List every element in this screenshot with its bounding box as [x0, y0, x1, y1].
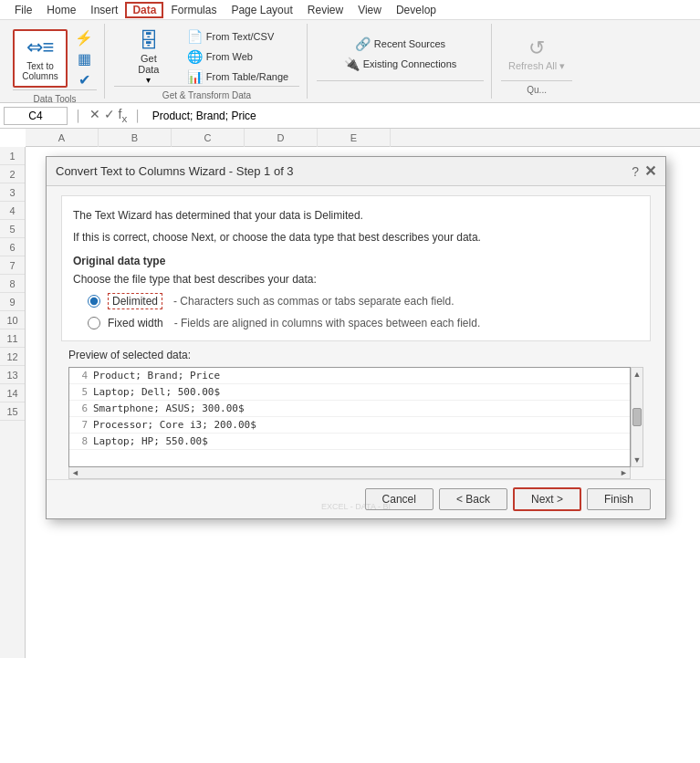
recent-sources-button[interactable]: 🔗 Recent Sources — [351, 36, 449, 52]
menu-formulas[interactable]: Formulas — [163, 2, 224, 18]
col-header-a: A — [26, 129, 99, 147]
preview-container: 4 Product; Brand; Price 5 Laptop; Dell; … — [68, 367, 643, 467]
scroll-down-arrow[interactable]: ▼ — [633, 455, 642, 465]
dialog-desc2: If this is correct, choose Next, or choo… — [73, 229, 639, 246]
row-2: 2 — [0, 165, 25, 183]
row-1: 1 — [0, 147, 25, 165]
dialog-footer: Cancel < Back Next > Finish — [47, 479, 665, 518]
insert-function-icon[interactable]: fx — [119, 107, 128, 124]
from-table-label: From Table/Range — [206, 71, 288, 82]
back-button[interactable]: < Back — [439, 488, 507, 510]
scroll-up-arrow[interactable]: ▲ — [633, 370, 642, 379]
preview-box[interactable]: 4 Product; Brand; Price 5 Laptop; Dell; … — [68, 367, 631, 467]
formula-bar: C4 │ ✕ ✓ fx │ — [0, 103, 700, 129]
recent-sources-label: Recent Sources — [374, 38, 445, 49]
menu-page-layout[interactable]: Page Layout — [224, 2, 299, 18]
from-web-button[interactable]: 🌐 From Web — [183, 48, 292, 65]
col-header-b: B — [99, 129, 172, 147]
radio-delimited-input[interactable] — [88, 295, 100, 308]
menu-develop[interactable]: Develop — [389, 2, 444, 18]
hscroll-right-arrow[interactable]: ► — [620, 468, 628, 477]
get-data-icon: 🗄 — [139, 29, 159, 53]
dialog-title: Convert Text to Columns Wizard - Step 1 … — [56, 164, 294, 178]
menu-data[interactable]: Data — [125, 2, 163, 18]
refresh-icon: ↺ — [528, 37, 545, 60]
from-table-range-button[interactable]: 📊 From Table/Range — [183, 68, 292, 85]
refresh-all-button[interactable]: ↺ Refresh All ▾ — [501, 27, 572, 80]
data-validation-button[interactable]: ✔ — [71, 69, 97, 89]
row-3: 3 — [0, 183, 25, 202]
row-5: 5 — [0, 220, 25, 238]
existing-connections-icon: 🔌 — [344, 57, 360, 71]
row-7: 7 — [0, 256, 25, 275]
row-15: 15 — [0, 402, 25, 421]
finish-button[interactable]: Finish — [587, 488, 651, 510]
preview-section: Preview of selected data: 4 Product; Bra… — [61, 341, 651, 479]
radio-fixed-width[interactable]: Fixed width - Fields are aligned in colu… — [88, 317, 624, 329]
row-11: 11 — [0, 329, 25, 348]
radio-delimited[interactable]: Delimited - Characters such as commas or… — [88, 293, 624, 309]
choose-label: Choose the file type that best describes… — [73, 273, 639, 286]
data-tools-group-label: Data Tools — [13, 89, 97, 104]
transform-buttons: 📄 From Text/CSV 🌐 From Web 📊 From Table/… — [183, 28, 292, 85]
connections-group-label — [317, 80, 484, 95]
row-13: 13 — [0, 366, 25, 384]
remove-duplicates-button[interactable]: ▦ — [71, 48, 97, 68]
get-data-button[interactable]: 🗄 Get Data ▾ — [121, 27, 176, 86]
formula-input[interactable] — [149, 110, 696, 122]
existing-connections-button[interactable]: 🔌 Existing Connections — [340, 56, 461, 72]
row-6: 6 — [0, 238, 25, 256]
existing-connections-label: Existing Connections — [363, 58, 457, 69]
dialog-help-button[interactable]: ? — [632, 164, 639, 179]
next-button[interactable]: Next > — [513, 487, 581, 511]
text-to-columns-icon: ⇔≡ — [26, 36, 55, 59]
cancel-formula-icon[interactable]: ✕ — [89, 107, 100, 124]
menu-view[interactable]: View — [350, 2, 389, 18]
col-header-d: D — [245, 129, 318, 147]
from-web-label: From Web — [206, 51, 253, 62]
get-data-label: Get — [141, 53, 157, 64]
get-transform-group-label: Get & Transform Data — [114, 86, 299, 100]
fixed-desc: - Fields are aligned in columns with spa… — [174, 317, 481, 329]
get-data-arrow: ▾ — [146, 75, 151, 85]
data-tool-small-buttons: ⚡ ▦ ✔ — [71, 27, 97, 89]
row-14: 14 — [0, 384, 25, 402]
dialog-controls: ? ✕ — [632, 162, 656, 180]
menu-file[interactable]: File — [7, 2, 39, 18]
text-to-columns-button[interactable]: ⇔≡ Text toColumns — [13, 29, 68, 88]
preview-row-4: 8 Laptop; HP; 550.00$ — [69, 434, 630, 450]
row-headers: 1 2 3 4 5 6 7 8 9 10 11 12 13 14 15 — [0, 147, 26, 658]
ribbon: ⇔≡ Text toColumns ⚡ ▦ ✔ Data Tools — [0, 20, 700, 103]
cell-reference[interactable]: C4 — [4, 107, 68, 125]
hscroll-left-arrow[interactable]: ◄ — [71, 468, 79, 477]
col-header-e: E — [318, 129, 391, 147]
scroll-thumb — [632, 408, 642, 426]
flash-fill-button[interactable]: ⚡ — [71, 27, 97, 47]
menu-insert[interactable]: Insert — [83, 2, 125, 18]
row-4: 4 — [0, 202, 25, 220]
menu-home[interactable]: Home — [39, 2, 83, 18]
ribbon-group-refresh: ↺ Refresh All ▾ Qu... — [494, 24, 580, 99]
validation-icon: ✔ — [78, 71, 90, 89]
menu-bar: File Home Insert Data Formulas Page Layo… — [0, 0, 700, 20]
preview-hscrollbar[interactable]: ◄ ► — [68, 467, 631, 479]
refresh-label: Refresh All ▾ — [508, 60, 565, 72]
row-12: 12 — [0, 348, 25, 366]
text-to-columns-label: Text toColumns — [22, 61, 57, 81]
preview-vscrollbar[interactable]: ▲ ▼ — [631, 367, 643, 467]
cancel-button[interactable]: Cancel — [365, 488, 434, 510]
preview-row-1: 5 Laptop; Dell; 500.00$ — [69, 384, 630, 401]
dialog-desc1: The Text Wizard has determined that your… — [73, 207, 639, 224]
row-10: 10 — [0, 311, 25, 329]
delimited-desc: - Characters such as commas or tabs sepa… — [173, 295, 454, 308]
dialog-close-button[interactable]: ✕ — [644, 162, 656, 180]
remove-dup-icon: ▦ — [78, 50, 91, 68]
from-text-icon: 📄 — [187, 29, 203, 44]
ribbon-group-data-tools: ⇔≡ Text toColumns ⚡ ▦ ✔ Data Tools — [5, 24, 105, 99]
from-text-csv-button[interactable]: 📄 From Text/CSV — [183, 28, 292, 45]
delimited-label: Delimited — [108, 293, 162, 309]
confirm-formula-icon[interactable]: ✓ — [104, 107, 115, 124]
menu-review[interactable]: Review — [300, 2, 350, 18]
original-data-type-label: Original data type — [73, 255, 639, 267]
radio-fixed-input[interactable] — [88, 317, 100, 329]
